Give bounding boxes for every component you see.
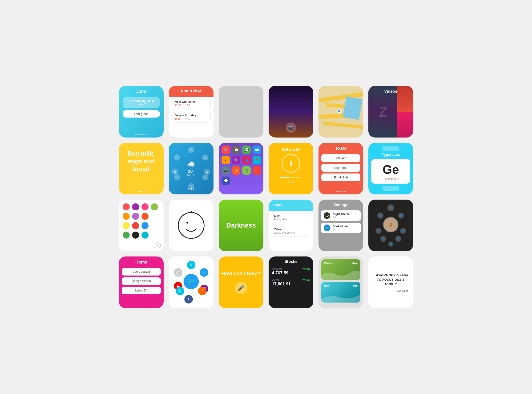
card-videos: Videos Z — [368, 86, 413, 138]
contact-ml[interactable]: 👤 — [375, 228, 382, 234]
quote-text: " Words are a lens to focus one's mind. … — [373, 272, 408, 287]
inbox-item-2[interactable]: Yahoo! A new web design — [271, 226, 311, 237]
home-doors-btn[interactable]: Doors Locked — [122, 268, 161, 275]
contact-bl[interactable]: 👤 — [380, 236, 386, 242]
app-search[interactable]: 🔍 — [232, 156, 240, 164]
contact-br[interactable]: 👤 — [395, 236, 401, 242]
card-social-orbit: 🐦 V 🐦 ◯ ▶ Y! K * f — [169, 256, 213, 308]
lnav-2 — [290, 181, 292, 183]
app-bubble[interactable]: 💬 — [222, 176, 230, 185]
ydot-2 — [139, 191, 141, 192]
nasdaq-price: 4,767.59 — [272, 271, 310, 275]
lnav-3 — [293, 181, 294, 183]
contact-main[interactable]: 🧔 — [383, 217, 399, 232]
inbox-item-1[interactable]: Lilly Funny video — [271, 212, 311, 223]
microphone-button[interactable]: 🎤 — [235, 282, 247, 294]
settings-blink-mode[interactable]: 👁 Blink Mode On — [321, 223, 361, 233]
tdot-3 — [341, 191, 343, 192]
twitter-main-icon[interactable]: 🐦 — [184, 274, 199, 289]
app-heart[interactable]: ❤️ — [253, 166, 261, 175]
appgrid-purple[interactable] — [132, 203, 139, 210]
map-road-4 — [323, 121, 363, 129]
inbox-add-button[interactable]: + — [307, 202, 309, 208]
appgrid-yellow[interactable] — [123, 222, 130, 229]
card-inbox: Inbox + Lilly Funny video Yahoo! A new w… — [269, 200, 313, 251]
walked-wave — [321, 268, 360, 280]
social-orange-icon[interactable]: * — [198, 287, 207, 295]
facebook-icon[interactable]: f — [184, 295, 193, 304]
home-garage-btn[interactable]: Garage Closed — [122, 277, 161, 285]
contact-mr[interactable]: 👤 — [400, 228, 406, 234]
appgrid-blue[interactable] — [141, 222, 149, 229]
cal-event-1-title: Meet with John — [175, 100, 208, 104]
typeface-sample: Ge — [383, 162, 399, 176]
contact-tr[interactable]: 👤 — [398, 213, 404, 219]
app-mail[interactable]: ✉️ — [253, 145, 261, 154]
gray-icon[interactable]: ◯ — [174, 268, 182, 277]
weather-temp: 10° — [187, 169, 195, 174]
weather-range: 16° / 8° — [187, 174, 195, 177]
dowj-row: DOWJ +0.41% — [272, 279, 310, 281]
contact-bottom[interactable]: 👤 — [388, 241, 393, 247]
todo-item-1[interactable]: Call John — [321, 154, 360, 162]
cal-event-2: Jerry's Birthday 18:30 - 19:45 — [172, 112, 211, 123]
todo-item-2[interactable]: Buy Food — [321, 164, 360, 172]
typeface-name: Geogrotesque — [383, 177, 399, 180]
contact-top[interactable]: 👤 — [387, 204, 394, 211]
appgrid-pink[interactable] — [141, 203, 149, 210]
app-check[interactable]: ✓ — [222, 156, 230, 164]
inbox-subject-1: Funny video — [274, 218, 308, 221]
home-lights-btn[interactable]: Lights Off — [122, 287, 161, 294]
prev-button[interactable]: ‹ — [274, 175, 276, 179]
weather-dots — [188, 188, 194, 190]
camera-button[interactable]: 📷 — [286, 123, 296, 133]
nasdaq-ticker: NASDAQ — [272, 268, 282, 270]
lucky-nav-dots — [288, 181, 294, 183]
dot-1 — [135, 134, 137, 135]
appgrid-orange[interactable] — [123, 213, 130, 220]
john-title: John — [119, 86, 164, 96]
app-9[interactable]: ⚙️ — [222, 145, 230, 154]
wdot-3 — [193, 188, 194, 190]
appgrid-red2[interactable] — [132, 222, 139, 229]
app-msg[interactable]: 💬 — [242, 145, 251, 154]
john-question: How are you doing today? — [123, 97, 160, 108]
todo-item-3[interactable]: Email Bob — [321, 173, 360, 181]
dowj-change: +0.41% — [302, 279, 310, 281]
app-loc[interactable]: 📍 — [253, 156, 261, 164]
settings-night-theme[interactable]: 🌙 Night Theme Off — [321, 210, 361, 221]
ran-value: 4km — [352, 284, 357, 287]
next-button[interactable]: › — [306, 175, 308, 179]
ydot-3 — [142, 191, 143, 192]
typefaces-preview: Ge Geogrotesque — [371, 159, 410, 184]
smiley-svg — [177, 211, 205, 239]
app-cal[interactable]: 📅 — [232, 145, 240, 154]
inbox-sender-2: Yahoo! — [274, 228, 308, 231]
appgrid-deeporange[interactable] — [141, 213, 149, 220]
app-cam[interactable]: 📷 — [222, 166, 230, 175]
twitter-small-icon[interactable]: 🐦 — [200, 268, 208, 277]
appgrid-red[interactable] — [123, 203, 130, 210]
contact-tl[interactable]: 👤 — [377, 213, 383, 219]
appgrid-green[interactable] — [123, 232, 130, 238]
appgrid-purple2[interactable] — [132, 213, 139, 220]
lucky-play-button[interactable]: ⏸ — [282, 154, 300, 173]
video-text: Z — [379, 104, 387, 120]
app-music[interactable]: 🎵 — [242, 166, 251, 175]
appgrid-lightgreen[interactable] — [151, 203, 158, 210]
card-contacts: 👤 👤 👤 🧔 👤 👤 👤 👤 👤 — [368, 200, 413, 251]
svg-point-1 — [186, 222, 188, 223]
ran-label: Ran — [324, 284, 329, 287]
app-palette[interactable]: 🎨 — [232, 166, 240, 175]
appgrid-cyan[interactable] — [141, 232, 149, 238]
settings-blink-value: On — [333, 228, 348, 231]
card-night-camera: 📷 — [269, 86, 313, 138]
card-weather: m t m w s t f s ☁️ 10° 16° / 8° — [169, 143, 213, 194]
vine-icon[interactable]: V — [187, 261, 195, 269]
cloud-icon: ☁️ — [187, 160, 195, 168]
walked-value: 4km — [352, 262, 357, 264]
appgrid-black[interactable] — [132, 232, 139, 238]
app-people[interactable]: 👥 — [242, 156, 251, 164]
social-teal-icon[interactable]: K — [176, 287, 184, 295]
add-app-button[interactable]: + — [155, 242, 161, 249]
